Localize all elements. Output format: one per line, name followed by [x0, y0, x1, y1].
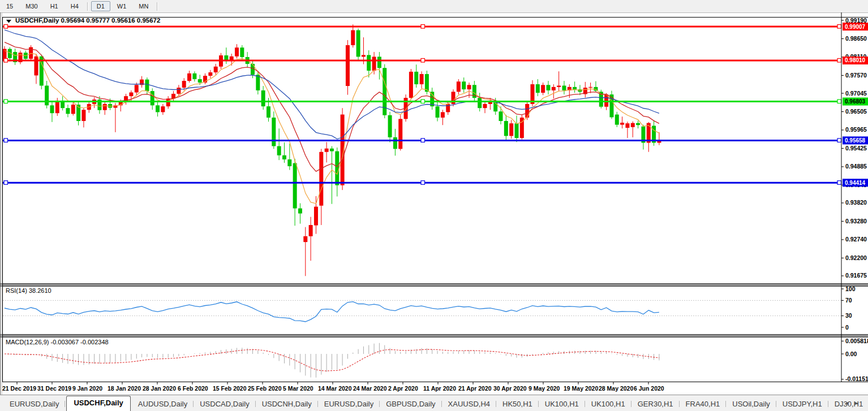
timeframe-button-h1[interactable]: H1 [45, 1, 64, 11]
chart-tab-usoil-daily[interactable]: USOil,Daily [726, 397, 776, 411]
chart-tab-usdcad-daily[interactable]: USDCAD,Daily [194, 397, 255, 411]
line-handle [4, 25, 8, 29]
svg-text:100: 100 [845, 285, 856, 292]
line-handle [4, 181, 8, 185]
timeframe-button-mn[interactable]: MN [133, 1, 154, 11]
candlestick-panel [3, 24, 661, 276]
timeframe-button-m30[interactable]: M30 [20, 1, 43, 11]
svg-text:6 Jun 2020: 6 Jun 2020 [634, 385, 664, 392]
chart-tab-uk100-h1[interactable]: UK100,H1 [539, 397, 585, 411]
panel-separator [0, 284, 868, 286]
line-handle [837, 25, 841, 29]
chart-tab-audusd-daily[interactable]: AUDUSD,Daily [132, 397, 194, 411]
svg-text:0.95965: 0.95965 [845, 126, 867, 133]
line-handle [4, 99, 8, 103]
svg-text:0.95425: 0.95425 [845, 145, 867, 152]
svg-text:0.96803: 0.96803 [845, 98, 866, 105]
svg-text:0.93280: 0.93280 [845, 218, 867, 224]
chart-tab-eurusd-daily[interactable]: EURUSD,Daily [318, 397, 380, 411]
chart-tab-gbpusd-daily[interactable]: GBPUSD,Daily [380, 397, 441, 411]
svg-text:28 May 2020: 28 May 2020 [599, 385, 633, 392]
timeframe-button-d1[interactable]: D1 [91, 1, 110, 11]
symbol-dropdown-icon[interactable] [6, 20, 11, 23]
svg-text:0.92200: 0.92200 [845, 254, 867, 261]
chart-tab-ger30-h1[interactable]: GER30,H1 [631, 397, 680, 411]
svg-text:0.96505: 0.96505 [845, 108, 867, 115]
panel-separator [0, 335, 868, 337]
svg-text:6 Feb 2020: 6 Feb 2020 [178, 385, 208, 392]
svg-text:9 May 2020: 9 May 2020 [528, 385, 560, 392]
svg-text:11 Apr 2020: 11 Apr 2020 [423, 385, 456, 392]
line-handle [421, 139, 425, 142]
timeframe-toolbar: 15M30H1H4D1W1MN [0, 0, 868, 13]
chart-tab-usdcnh-daily[interactable]: USDCNH,Daily [256, 397, 318, 411]
timeframe-buttons: 15M30H1H4D1W1MN [0, 1, 160, 11]
candles [3, 24, 661, 276]
timeframe-button-h4[interactable]: H4 [65, 1, 84, 11]
line-handle [4, 139, 8, 142]
line-handle [421, 25, 425, 29]
svg-text:28 Jan 2020: 28 Jan 2020 [143, 385, 176, 392]
svg-text:2 Apr 2020: 2 Apr 2020 [388, 385, 418, 392]
svg-text:31 Dec 2019: 31 Dec 2019 [37, 385, 71, 392]
svg-text:0: 0 [845, 324, 849, 331]
tab-scroll-right-icon[interactable]: ► [854, 400, 863, 406]
toolbar-divider [157, 2, 158, 11]
svg-text:0.98650: 0.98650 [845, 35, 867, 42]
chart-tab-fra40-h1[interactable]: FRA40,H1 [680, 397, 727, 411]
svg-text:14 Mar 2020: 14 Mar 2020 [318, 385, 352, 392]
line-handle [4, 58, 8, 62]
svg-text:19 May 2020: 19 May 2020 [564, 385, 598, 392]
chart-tab-hk50-h1[interactable]: HK50,H1 [496, 397, 539, 411]
macd-panel [5, 343, 659, 378]
svg-text:5 Mar 2020: 5 Mar 2020 [283, 385, 313, 392]
svg-text:0.93820: 0.93820 [845, 199, 867, 206]
chart-tabs: EURUSD,DailyUSDCHF,DailyAUDUSD,DailyUSDC… [0, 397, 868, 411]
chart-canvas[interactable]: 0.991900.986500.981100.975700.970450.965… [0, 12, 868, 395]
svg-text:0.00: 0.00 [845, 351, 857, 357]
svg-text:30 Apr 2020: 30 Apr 2020 [493, 385, 527, 392]
ma-line-slow [5, 30, 659, 139]
toolbar-divider [87, 2, 88, 11]
macd-label: MACD(12,26,9) -0.003067 -0.002348 [6, 339, 109, 345]
line-handle [837, 99, 841, 103]
price-axis: 0.991900.986500.981100.975700.970450.965… [841, 17, 868, 383]
svg-text:0.005818: 0.005818 [845, 338, 868, 344]
svg-text:70: 70 [845, 297, 852, 304]
tab-scroll-arrows[interactable]: ◄► [844, 400, 863, 406]
svg-text:0.98010: 0.98010 [845, 57, 866, 63]
chart-tab-usdjpy-h1[interactable]: USDJPY,H1 [776, 397, 828, 411]
chart-tab-uk100-h1[interactable]: UK100,H1 [585, 397, 631, 411]
line-handle [837, 139, 841, 142]
chart-tab-bar: EURUSD,DailyUSDCHF,DailyAUDUSD,DailyUSDC… [0, 395, 868, 411]
rsi-panel [3, 300, 841, 322]
svg-text:0.95658: 0.95658 [845, 137, 866, 144]
line-handle [837, 181, 841, 185]
line-handle [837, 58, 841, 62]
timeframe-button-15[interactable]: 15 [1, 1, 19, 11]
svg-text:0.92740: 0.92740 [845, 236, 867, 243]
chart-tab-eurusd-daily[interactable]: EURUSD,Daily [3, 397, 65, 411]
tab-scroll-left-icon[interactable]: ◄ [844, 400, 854, 406]
svg-text:0.99007: 0.99007 [845, 24, 866, 30]
svg-text:21 Dec 2019: 21 Dec 2019 [2, 385, 36, 392]
svg-text:30: 30 [845, 312, 852, 319]
rsi-line [5, 302, 659, 322]
svg-text:25 Feb 2020: 25 Feb 2020 [248, 385, 282, 392]
line-handle [421, 99, 425, 103]
svg-text:0.94414: 0.94414 [845, 180, 866, 186]
rsi-label: RSI(14) 38.2610 [6, 287, 51, 294]
svg-text:0.99190: 0.99190 [845, 17, 867, 24]
svg-text:21 Apr 2020: 21 Apr 2020 [458, 385, 492, 392]
chart-tab-usdchf-daily[interactable]: USDCHF,Daily [66, 396, 130, 411]
chart-tab-xauusd-h4[interactable]: XAUUSD,H4 [442, 397, 496, 411]
svg-text:24 Mar 2020: 24 Mar 2020 [353, 385, 387, 392]
timeframe-button-w1[interactable]: W1 [111, 1, 132, 11]
line-handle [421, 181, 425, 185]
chart-title: USDCHF,Daily 0.95694 0.95777 0.95616 0.9… [15, 17, 160, 24]
date-axis: 21 Dec 201931 Dec 20199 Jan 202018 Jan 2… [2, 382, 664, 392]
svg-text:18 Jan 2020: 18 Jan 2020 [108, 385, 141, 392]
svg-text:0.91675: 0.91675 [845, 272, 867, 279]
svg-text:15 Feb 2020: 15 Feb 2020 [213, 385, 247, 392]
svg-text:0.94885: 0.94885 [845, 163, 867, 170]
